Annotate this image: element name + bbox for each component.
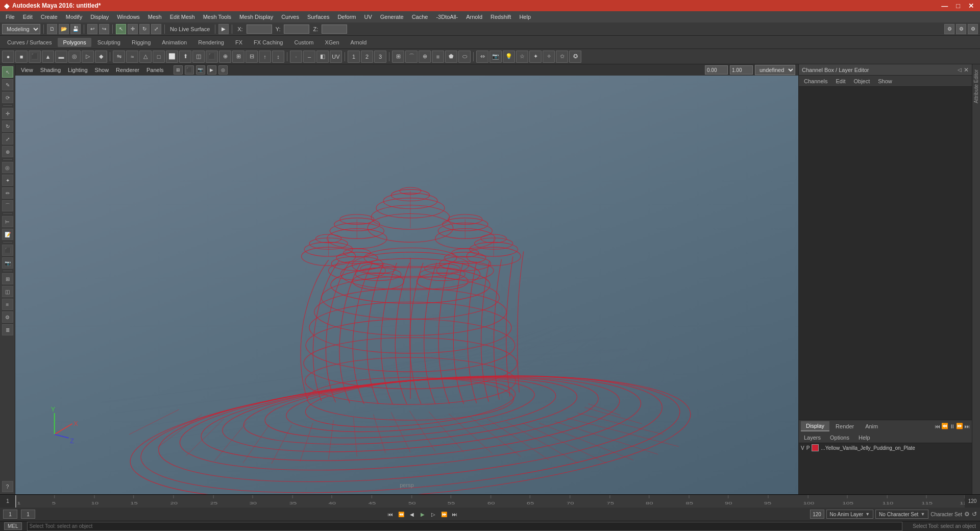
menu-item-arnold[interactable]: Arnold <box>462 13 486 21</box>
sep-icon-btn[interactable]: ⊟ <box>246 51 258 63</box>
cone-icon-btn[interactable]: ▲ <box>42 51 54 63</box>
tab-anim[interactable]: Anim <box>860 422 883 431</box>
dp-anim-btn-1[interactable]: ⏮ <box>935 423 940 429</box>
snap-point-btn[interactable]: ⊕ <box>419 51 431 63</box>
btn-go-start[interactable]: ⏮ <box>386 510 395 519</box>
close-button[interactable]: ✕ <box>966 2 976 10</box>
y-input[interactable] <box>284 25 309 34</box>
gamma-dropdown[interactable]: undefined <box>755 65 795 75</box>
module-tab-rendering[interactable]: Rendering <box>193 38 229 47</box>
conform-icon-btn[interactable]: ↕ <box>272 51 284 63</box>
layer-name-label[interactable]: ...Yellow_Vanilla_Jelly_Pudding_on_Plate <box>821 445 970 451</box>
light-btn[interactable]: 💡 <box>503 51 515 63</box>
combine-icon-btn[interactable]: ⊞ <box>232 51 244 63</box>
sphere-icon-btn[interactable]: ● <box>2 51 14 63</box>
view-menu-btn[interactable]: View <box>18 66 36 74</box>
module-tab-polygons[interactable]: Polygons <box>58 38 91 47</box>
show-menu-btn[interactable]: Show <box>92 66 112 74</box>
tab-edit[interactable]: Edit <box>832 77 848 85</box>
misc4-btn[interactable]: ✩ <box>556 51 568 63</box>
module-tab-xgen[interactable]: XGen <box>320 38 344 47</box>
x-input[interactable] <box>247 25 272 34</box>
save-btn[interactable]: 💾 <box>70 24 81 34</box>
maximize-button[interactable]: □ <box>954 2 962 10</box>
subtab-help[interactable]: Help <box>856 433 872 442</box>
misc3-btn[interactable]: ✧ <box>543 51 555 63</box>
snap-grid-btn[interactable]: ⊞ <box>392 51 404 63</box>
menu-item-edit[interactable]: Edit <box>19 13 36 21</box>
anim-start-field[interactable]: 1 <box>3 510 17 519</box>
rotate-btn[interactable]: ↻ <box>139 24 150 34</box>
sym-btn[interactable]: ⇔ <box>476 51 488 63</box>
render-btn[interactable]: ▶ <box>218 24 229 34</box>
module-tab-animation[interactable]: Animation <box>157 38 192 47</box>
torus-icon-btn[interactable]: ◎ <box>68 51 81 63</box>
move-tool-btn[interactable]: ✛ <box>2 108 13 119</box>
misc5-btn[interactable]: ✪ <box>569 51 581 63</box>
btn-prev-frame[interactable]: ◀ <box>407 510 416 519</box>
channel-box-btn[interactable]: ≣ <box>2 324 13 335</box>
z-input[interactable] <box>322 25 347 34</box>
lighting-menu-btn[interactable]: Lighting <box>65 66 90 74</box>
open-btn[interactable]: 📂 <box>59 24 69 34</box>
vp-icon-grid[interactable]: ⊞ <box>174 65 183 75</box>
menu-item-create[interactable]: Create <box>37 13 61 21</box>
dp-anim-btn-3[interactable]: ⏸ <box>949 423 955 429</box>
layer-color-swatch[interactable] <box>812 444 819 451</box>
dp-anim-btn-2[interactable]: ⏪ <box>941 423 948 429</box>
display-mode-1[interactable]: 1 <box>348 51 360 63</box>
snap-surface-btn[interactable]: ≡ <box>432 51 444 63</box>
subtab-options[interactable]: Options <box>828 433 851 442</box>
menu-item-mesh-display[interactable]: Mesh Display <box>236 13 277 21</box>
lasso-btn[interactable]: ⟳ <box>2 92 13 103</box>
character-set-dropdown[interactable]: No Character Set ▼ <box>875 510 928 519</box>
mel-toggle[interactable]: MEL <box>4 522 22 530</box>
select-edge-btn[interactable]: – <box>303 51 315 63</box>
module-tab-rigging[interactable]: Rigging <box>127 38 156 47</box>
module-tab-fx-caching[interactable]: FX Caching <box>249 38 288 47</box>
layer-visibility-toggle[interactable]: V <box>801 445 804 451</box>
cylinder-icon-btn[interactable]: ⬛ <box>29 51 41 63</box>
bridge-icon-btn[interactable]: ⬛ <box>206 51 218 63</box>
menu-item--3dtoall-[interactable]: -3DtoAll- <box>432 13 461 21</box>
input-output-btn[interactable]: ⊞ <box>2 273 13 284</box>
universal-tool-btn[interactable]: ⊕ <box>2 146 13 157</box>
tab-show[interactable]: Show <box>875 77 895 85</box>
value1-input[interactable] <box>705 65 728 75</box>
mirror-icon-btn[interactable]: ⇋ <box>113 51 125 63</box>
misc-btn[interactable]: ☆ <box>516 51 528 63</box>
btn-next-key[interactable]: ⏩ <box>439 510 449 519</box>
menu-item-uv[interactable]: UV <box>360 13 375 21</box>
menu-item-display[interactable]: Display <box>87 13 112 21</box>
select-vertex-btn[interactable]: · <box>290 51 302 63</box>
viewport-area[interactable]: .wire { fill: none; stroke: #cc2233; str… <box>15 76 798 494</box>
rotate-tool-btn[interactable]: ↻ <box>2 120 13 132</box>
tool-settings-btn[interactable]: ⚙ <box>2 311 13 323</box>
module-tab-sculpting[interactable]: Sculpting <box>92 38 126 47</box>
tab-object[interactable]: Object <box>850 77 873 85</box>
menu-item-cache[interactable]: Cache <box>408 13 432 21</box>
menu-item-modify[interactable]: Modify <box>62 13 86 21</box>
mode-dropdown[interactable]: Modeling <box>2 24 40 34</box>
value2-input[interactable] <box>730 65 753 75</box>
prism-icon-btn[interactable]: ▷ <box>82 51 94 63</box>
current-frame-field[interactable]: 1 <box>21 510 35 519</box>
vp-icon-cam[interactable]: 📷 <box>196 65 205 75</box>
anim-loop-btn[interactable]: ↺ <box>972 511 977 518</box>
bool-icon-btn[interactable]: ⊕ <box>219 51 231 63</box>
vp-icon-frame[interactable]: ⬛ <box>185 65 194 75</box>
btn-next-frame[interactable]: ▷ <box>429 510 438 519</box>
attr-editor-btn[interactable]: ≡ <box>2 299 13 310</box>
menu-item-file[interactable]: File <box>2 13 18 21</box>
menu-item-mesh[interactable]: Mesh <box>144 13 165 21</box>
btn-go-end[interactable]: ⏭ <box>450 510 459 519</box>
panels-menu-btn[interactable]: Panels <box>144 66 166 74</box>
dp-anim-btn-4[interactable]: ⏩ <box>956 423 963 429</box>
end-frame-field[interactable]: 120 <box>810 510 824 519</box>
quad-icon-btn[interactable]: □ <box>153 51 165 63</box>
minimize-button[interactable]: — <box>939 2 950 10</box>
cb-expand-btn[interactable]: ◁ <box>958 67 962 73</box>
settings-btn-3[interactable]: ⚙ <box>968 24 978 34</box>
menu-item-windows[interactable]: Windows <box>113 13 143 21</box>
menu-item-generate[interactable]: Generate <box>377 13 407 21</box>
